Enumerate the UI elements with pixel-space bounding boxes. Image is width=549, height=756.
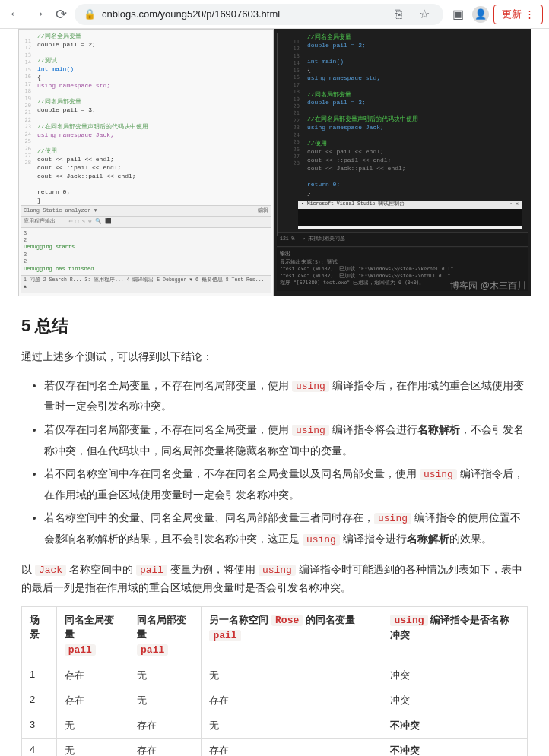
- code-line: //同名局部变量: [37, 98, 271, 106]
- out-line: Debugging has finished: [24, 266, 268, 273]
- profile-icon[interactable]: 👤: [472, 6, 489, 23]
- code-line: return 0;: [37, 188, 271, 197]
- conclusions-list: 若仅存在同名全局变量，不存在同名局部变量，使用 using 编译指令后，在作用域…: [21, 375, 528, 550]
- code-using: using: [303, 534, 340, 546]
- right-gutter: 11 12 13 14 15 16 17 18 19 20 21 22 23 2…: [289, 39, 300, 168]
- code-line: [307, 173, 528, 182]
- code-line: [307, 107, 528, 115]
- vs-window-controls: — ▫ ✕: [503, 201, 519, 208]
- cell-global: 存在: [56, 688, 129, 713]
- table-row: 3无存在无不冲突: [22, 713, 528, 739]
- list-item: 若仅存在同名全局变量，不存在同名局部变量，使用 using 编译指令后，在作用域…: [44, 375, 528, 416]
- right-code: //同名全局变量double pail = 2; int main(){ usi…: [307, 33, 528, 198]
- ide-right-pane: 11 12 13 14 15 16 17 18 19 20 21 22 23 2…: [274, 29, 531, 296]
- zoom-level: 121 %: [280, 236, 295, 243]
- t: 同名局部变量: [137, 614, 186, 641]
- left-code: //同名全局变量double pail = 2; //测试int main(){…: [37, 33, 271, 205]
- out-line: 3: [24, 251, 268, 258]
- code-line: [37, 49, 271, 58]
- c: pail: [209, 630, 240, 641]
- code-using: using: [292, 425, 329, 436]
- code-jack: Jack: [35, 565, 66, 576]
- left-analyzer-bar: Clang Static analyzer ▼ 编辑: [21, 205, 271, 216]
- t: 名称空间中的: [66, 563, 136, 575]
- cell-local: 无: [129, 663, 202, 688]
- code-line: using namespace Jack;: [307, 124, 528, 132]
- right-status-bar: 121 % ↗ 未找到相关问题: [277, 232, 528, 247]
- update-label: 更新: [502, 8, 522, 21]
- code-line: int main(): [307, 58, 528, 66]
- table-row: 1存在无无冲突: [22, 663, 528, 688]
- cell-local: 无: [129, 688, 202, 713]
- cell-local: 存在: [129, 713, 202, 739]
- output-title: 输出: [280, 251, 525, 258]
- table-row: 2存在无存在冲突: [22, 688, 528, 713]
- out-line: Debugging starts: [24, 244, 268, 251]
- lock-icon: 🔒: [84, 8, 96, 20]
- code-line: [37, 180, 271, 188]
- left-output-panel: 3 2 Debugging starts 3 2 Debugging has f…: [21, 227, 271, 276]
- cell-conflict: 不冲突: [382, 739, 528, 756]
- cell-other: 存在: [202, 688, 382, 713]
- bold: 名称解析: [407, 533, 449, 545]
- cell-scene: 4: [22, 739, 57, 756]
- cell-scene: 3: [22, 713, 57, 739]
- code-line: [37, 139, 271, 147]
- tabs-text: 1 问题 2 Search R... 3: 应用程序... 4 编译输出 5 D…: [24, 277, 268, 291]
- vs-body: [298, 209, 522, 226]
- code-using: using: [259, 565, 296, 576]
- browser-toolbar: ← → ⟳ 🔒 cnblogs.com/young520/p/16907603.…: [0, 0, 549, 29]
- code-line: //同名局部变量: [307, 91, 528, 100]
- cell-conflict: 冲突: [382, 688, 528, 713]
- summary-table: 场景 同名全局变量 pail 同名局部变量 pail 另一名称空间 Rose 的…: [21, 606, 528, 756]
- code-line: {: [307, 66, 528, 74]
- cell-other: 存在: [202, 739, 382, 756]
- back-button[interactable]: ←: [6, 5, 24, 24]
- update-button[interactable]: 更新 ⋮: [493, 5, 543, 24]
- star-icon[interactable]: ☆: [414, 5, 434, 24]
- code-line: //使用: [307, 140, 528, 148]
- left-bottom-tabs: 1 问题 2 Search R... 3: 应用程序... 4 编译输出 5 D…: [21, 275, 271, 293]
- page-content: 11 12 13 14 15 16 17 18 19 20 21 22 23 2…: [0, 29, 549, 756]
- cell-scene: 1: [22, 663, 57, 688]
- translate-icon[interactable]: ⎘: [389, 5, 408, 24]
- left-gutter: 11 12 13 14 15 16 17 18 19 20 21 22 23 2…: [21, 38, 31, 167]
- code-line: cout << Jack::pail << endl;: [307, 165, 528, 173]
- cell-other: 无: [202, 663, 382, 688]
- code-using: using: [420, 469, 457, 480]
- ide-screenshots: 11 12 13 14 15 16 17 18 19 20 21 22 23 2…: [18, 29, 531, 296]
- code-line: using namespace std;: [307, 74, 528, 83]
- code-using: using: [374, 513, 411, 524]
- c: pail: [65, 644, 96, 656]
- watermark-text: 博客园 @木三百川: [450, 280, 526, 292]
- cell-conflict: 冲突: [382, 663, 528, 688]
- code-line: cout << pail << endl;: [307, 148, 528, 157]
- out-line: 2: [24, 258, 268, 265]
- table-header-row: 场景 同名全局变量 pail 同名局部变量 pail 另一名称空间 Rose 的…: [22, 606, 528, 663]
- url-bar[interactable]: 🔒 cnblogs.com/young520/p/16907603.html ⎘…: [75, 4, 443, 25]
- edit-label: 编辑: [258, 207, 268, 214]
- extensions-icon[interactable]: ▣: [448, 5, 468, 24]
- cell-local: 存在: [129, 739, 202, 756]
- forward-button[interactable]: →: [29, 5, 47, 24]
- reload-button[interactable]: ⟳: [52, 5, 70, 24]
- code-line: [307, 83, 528, 91]
- th-global: 同名全局变量 pail: [56, 606, 129, 663]
- code-line: cout << Jack::pail << endl;: [37, 172, 271, 181]
- ide-left-pane: 11 12 13 14 15 16 17 18 19 20 21 22 23 2…: [18, 29, 274, 296]
- list-item: 若不同名称空间中存在同名变量，不存在同名全局变量以及同名局部变量，使用 usin…: [44, 463, 528, 505]
- t: 以: [21, 563, 35, 575]
- code-line: //在同名局部变量声明后的代码块中使用: [307, 115, 528, 124]
- code-line: [37, 115, 271, 123]
- cell-conflict: 不冲突: [382, 713, 528, 739]
- th-local: 同名局部变量 pail: [129, 606, 202, 663]
- url-text: cnblogs.com/young520/p/16907603.html: [102, 8, 382, 20]
- code-line: cout << ::pail << endl;: [37, 164, 271, 172]
- toolbar-icons: ⟵ ⬚ ✎ ⊗ 🔍 ⬛: [69, 218, 112, 225]
- t: 变量为例，将使用: [167, 563, 259, 575]
- cell-scene: 2: [22, 688, 57, 713]
- code-pail: pail: [136, 565, 167, 576]
- code-line: double pail = 2;: [37, 41, 271, 49]
- vs-title: ▪ Microsoft Visual Studio 调试控制台: [301, 201, 405, 208]
- table-intro-paragraph: 以 Jack 名称空间中的 pail 变量为例，将使用 using 编译指令时可…: [21, 561, 528, 597]
